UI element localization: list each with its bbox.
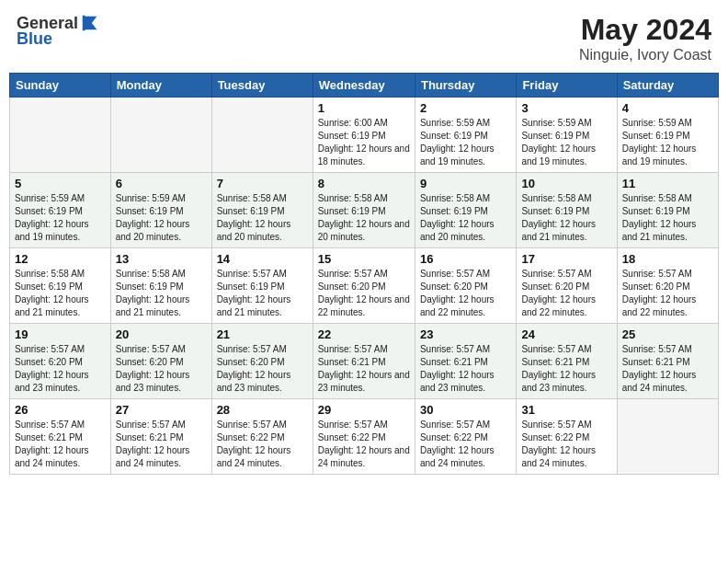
- calendar-cell: [617, 399, 718, 475]
- day-number: 7: [217, 177, 308, 190]
- day-number: 12: [15, 252, 106, 266]
- logo: General Blue: [17, 13, 100, 49]
- day-number: 20: [116, 327, 207, 341]
- day-number: 24: [521, 327, 611, 341]
- calendar-week-row: 5Sunrise: 5:59 AM Sunset: 6:19 PM Daylig…: [10, 173, 719, 248]
- page-header: General Blue May 2024 Ninguie, Ivory Coa…: [9, 9, 719, 67]
- day-number: 8: [318, 177, 410, 190]
- day-number: 18: [622, 252, 713, 266]
- day-info: Sunrise: 5:57 AM Sunset: 6:20 PM Dayligh…: [318, 268, 410, 319]
- day-number: 14: [217, 252, 308, 266]
- day-number: 11: [622, 177, 713, 190]
- day-header-tuesday: Tuesday: [211, 74, 313, 98]
- svg-rect-1: [83, 16, 85, 31]
- calendar-cell: 16Sunrise: 5:57 AM Sunset: 6:20 PM Dayli…: [415, 248, 516, 324]
- day-number: 10: [521, 177, 611, 190]
- calendar-cell: 10Sunrise: 5:58 AM Sunset: 6:19 PM Dayli…: [517, 173, 617, 248]
- day-number: 3: [521, 101, 611, 115]
- day-number: 25: [622, 327, 713, 341]
- day-info: Sunrise: 5:57 AM Sunset: 6:21 PM Dayligh…: [521, 343, 611, 395]
- calendar-week-row: 26Sunrise: 5:57 AM Sunset: 6:21 PM Dayli…: [10, 399, 719, 475]
- day-number: 4: [622, 101, 713, 115]
- calendar-table: SundayMondayTuesdayWednesdayThursdayFrid…: [9, 73, 719, 475]
- day-number: 31: [521, 403, 611, 417]
- day-info: Sunrise: 5:58 AM Sunset: 6:19 PM Dayligh…: [521, 192, 611, 244]
- day-number: 6: [116, 177, 207, 190]
- calendar-cell: 19Sunrise: 5:57 AM Sunset: 6:20 PM Dayli…: [10, 324, 111, 399]
- day-info: Sunrise: 5:59 AM Sunset: 6:19 PM Dayligh…: [622, 117, 713, 168]
- calendar-cell: [110, 98, 211, 173]
- day-number: 15: [318, 252, 410, 266]
- calendar-cell: 17Sunrise: 5:57 AM Sunset: 6:20 PM Dayli…: [517, 248, 617, 324]
- calendar-cell: 1Sunrise: 6:00 AM Sunset: 6:19 PM Daylig…: [313, 98, 415, 173]
- calendar-cell: 28Sunrise: 5:57 AM Sunset: 6:22 PM Dayli…: [211, 399, 313, 475]
- day-info: Sunrise: 5:58 AM Sunset: 6:19 PM Dayligh…: [116, 268, 207, 319]
- day-info: Sunrise: 5:58 AM Sunset: 6:19 PM Dayligh…: [318, 192, 410, 244]
- calendar-cell: 6Sunrise: 5:59 AM Sunset: 6:19 PM Daylig…: [110, 173, 211, 248]
- calendar-week-row: 12Sunrise: 5:58 AM Sunset: 6:19 PM Dayli…: [10, 248, 719, 324]
- day-info: Sunrise: 5:57 AM Sunset: 6:20 PM Dayligh…: [217, 343, 308, 395]
- calendar-cell: 21Sunrise: 5:57 AM Sunset: 6:20 PM Dayli…: [211, 324, 313, 399]
- day-info: Sunrise: 5:59 AM Sunset: 6:19 PM Dayligh…: [15, 192, 106, 244]
- location: Ninguie, Ivory Coast: [579, 47, 711, 63]
- day-header-thursday: Thursday: [415, 74, 516, 98]
- day-header-saturday: Saturday: [617, 74, 718, 98]
- day-info: Sunrise: 5:57 AM Sunset: 6:22 PM Dayligh…: [420, 419, 511, 470]
- calendar-header-row: SundayMondayTuesdayWednesdayThursdayFrid…: [10, 74, 719, 98]
- day-info: Sunrise: 5:57 AM Sunset: 6:20 PM Dayligh…: [622, 268, 713, 319]
- logo-flag-icon: [80, 13, 100, 33]
- day-info: Sunrise: 5:57 AM Sunset: 6:21 PM Dayligh…: [318, 343, 410, 395]
- calendar-cell: 8Sunrise: 5:58 AM Sunset: 6:19 PM Daylig…: [313, 173, 415, 248]
- calendar-cell: 2Sunrise: 5:59 AM Sunset: 6:19 PM Daylig…: [415, 98, 516, 173]
- day-number: 2: [420, 101, 511, 115]
- day-info: Sunrise: 5:59 AM Sunset: 6:19 PM Dayligh…: [420, 117, 511, 168]
- calendar-cell: [211, 98, 313, 173]
- day-info: Sunrise: 5:57 AM Sunset: 6:21 PM Dayligh…: [116, 419, 207, 470]
- day-info: Sunrise: 5:59 AM Sunset: 6:19 PM Dayligh…: [521, 117, 611, 168]
- day-header-wednesday: Wednesday: [313, 74, 415, 98]
- day-info: Sunrise: 5:57 AM Sunset: 6:22 PM Dayligh…: [217, 419, 308, 470]
- day-number: 13: [116, 252, 207, 266]
- day-info: Sunrise: 5:58 AM Sunset: 6:19 PM Dayligh…: [15, 268, 106, 319]
- calendar-cell: 5Sunrise: 5:59 AM Sunset: 6:19 PM Daylig…: [10, 173, 111, 248]
- day-info: Sunrise: 5:57 AM Sunset: 6:21 PM Dayligh…: [420, 343, 511, 395]
- day-info: Sunrise: 5:58 AM Sunset: 6:19 PM Dayligh…: [622, 192, 713, 244]
- day-info: Sunrise: 5:59 AM Sunset: 6:19 PM Dayligh…: [116, 192, 207, 244]
- calendar-cell: [10, 98, 111, 173]
- day-header-monday: Monday: [110, 74, 211, 98]
- day-info: Sunrise: 6:00 AM Sunset: 6:19 PM Dayligh…: [318, 117, 410, 168]
- calendar-cell: 12Sunrise: 5:58 AM Sunset: 6:19 PM Dayli…: [10, 248, 111, 324]
- day-info: Sunrise: 5:57 AM Sunset: 6:20 PM Dayligh…: [521, 268, 611, 319]
- day-header-sunday: Sunday: [10, 74, 111, 98]
- day-number: 26: [15, 403, 106, 417]
- calendar-cell: 31Sunrise: 5:57 AM Sunset: 6:22 PM Dayli…: [517, 399, 617, 475]
- calendar-cell: 11Sunrise: 5:58 AM Sunset: 6:19 PM Dayli…: [617, 173, 718, 248]
- calendar-cell: 20Sunrise: 5:57 AM Sunset: 6:20 PM Dayli…: [110, 324, 211, 399]
- day-number: 22: [318, 327, 410, 341]
- calendar-cell: 9Sunrise: 5:58 AM Sunset: 6:19 PM Daylig…: [415, 173, 516, 248]
- day-number: 27: [116, 403, 207, 417]
- day-number: 30: [420, 403, 511, 417]
- day-number: 1: [318, 101, 410, 115]
- calendar-cell: 7Sunrise: 5:58 AM Sunset: 6:19 PM Daylig…: [211, 173, 313, 248]
- day-info: Sunrise: 5:57 AM Sunset: 6:21 PM Dayligh…: [622, 343, 713, 395]
- calendar-cell: 3Sunrise: 5:59 AM Sunset: 6:19 PM Daylig…: [517, 98, 617, 173]
- day-number: 23: [420, 327, 511, 341]
- day-number: 21: [217, 327, 308, 341]
- day-info: Sunrise: 5:57 AM Sunset: 6:22 PM Dayligh…: [521, 419, 611, 470]
- day-info: Sunrise: 5:57 AM Sunset: 6:19 PM Dayligh…: [217, 268, 308, 319]
- calendar-cell: 24Sunrise: 5:57 AM Sunset: 6:21 PM Dayli…: [517, 324, 617, 399]
- day-info: Sunrise: 5:57 AM Sunset: 6:22 PM Dayligh…: [318, 419, 410, 470]
- calendar-cell: 26Sunrise: 5:57 AM Sunset: 6:21 PM Dayli…: [10, 399, 111, 475]
- calendar-cell: 30Sunrise: 5:57 AM Sunset: 6:22 PM Dayli…: [415, 399, 516, 475]
- calendar-cell: 22Sunrise: 5:57 AM Sunset: 6:21 PM Dayli…: [313, 324, 415, 399]
- calendar-cell: 4Sunrise: 5:59 AM Sunset: 6:19 PM Daylig…: [617, 98, 718, 173]
- calendar-cell: 14Sunrise: 5:57 AM Sunset: 6:19 PM Dayli…: [211, 248, 313, 324]
- day-number: 29: [318, 403, 410, 417]
- day-info: Sunrise: 5:57 AM Sunset: 6:20 PM Dayligh…: [116, 343, 207, 395]
- day-info: Sunrise: 5:57 AM Sunset: 6:20 PM Dayligh…: [15, 343, 106, 395]
- calendar-cell: 13Sunrise: 5:58 AM Sunset: 6:19 PM Dayli…: [110, 248, 211, 324]
- day-number: 5: [15, 177, 106, 190]
- day-info: Sunrise: 5:57 AM Sunset: 6:20 PM Dayligh…: [420, 268, 511, 319]
- calendar-cell: 15Sunrise: 5:57 AM Sunset: 6:20 PM Dayli…: [313, 248, 415, 324]
